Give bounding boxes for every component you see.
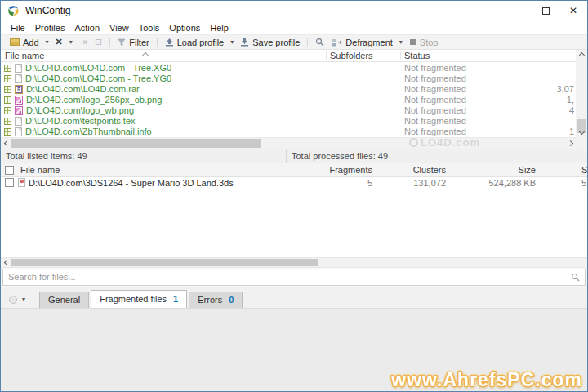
remove-button[interactable]: ✕ bbox=[51, 35, 67, 49]
file-row[interactable]: D:\LO4D.com\logo_256px_ob.pngNot fragmen… bbox=[1, 95, 576, 105]
scrollbar-corner bbox=[576, 137, 587, 149]
sort-ascending-icon bbox=[142, 52, 149, 59]
select-all-checkbox[interactable] bbox=[5, 166, 14, 175]
menu-file[interactable]: File bbox=[6, 23, 30, 33]
file-type-icon bbox=[15, 64, 22, 73]
fragments-value: 5 bbox=[307, 178, 372, 188]
file-status: Not fragmented bbox=[404, 95, 466, 105]
include-grid-icon[interactable] bbox=[4, 75, 11, 82]
save-profile-label: Save profile bbox=[252, 38, 300, 47]
file-row[interactable]: D:\LO4D.com\LO4D.com - Tree.XG0Not fragm… bbox=[1, 63, 576, 74]
column-status-clipped[interactable]: S bbox=[581, 165, 587, 175]
clear-list-icon: ⊡ bbox=[95, 38, 102, 47]
save-profile-button[interactable]: Save profile bbox=[236, 35, 304, 49]
add-dropdown-caret-icon[interactable]: ▾ bbox=[43, 38, 51, 46]
file-list-header: File name Subfolders Status bbox=[1, 50, 587, 62]
close-button[interactable]: ✕ bbox=[559, 1, 587, 20]
file-type-icon bbox=[15, 85, 23, 94]
scroll-down-icon[interactable] bbox=[576, 127, 587, 137]
file-row[interactable]: D:\LO4D.com\logo_wb.pngNot fragmented4 bbox=[1, 105, 576, 116]
file-path: D:\LO4D.com\logo_wb.png bbox=[26, 105, 134, 116]
tab-label: Fragmented files bbox=[100, 294, 167, 304]
tab-general[interactable]: General bbox=[39, 292, 89, 308]
tab-options-control[interactable]: ▾ bbox=[9, 296, 28, 304]
tab-fragmented-files[interactable]: Fragmented files1 bbox=[91, 290, 187, 308]
file-type-icon bbox=[15, 74, 22, 83]
defragment-caret-icon[interactable]: ▾ bbox=[397, 38, 405, 46]
file-row[interactable]: D:\LO4D.com\ZbThumbnail.infoNot fragment… bbox=[1, 127, 576, 137]
file-status: Not fragmented bbox=[404, 116, 466, 127]
tab-count-badge: 1 bbox=[173, 294, 178, 304]
lo4d-logo-icon bbox=[409, 138, 418, 147]
defragment-label: Defragment bbox=[345, 38, 392, 47]
filter-label: Filter bbox=[129, 38, 149, 47]
horizontal-scroll-thumb[interactable] bbox=[11, 259, 318, 266]
maximize-icon bbox=[542, 7, 550, 15]
wincontig-window: WinContig ✕ FileProfilesActionViewToolsO… bbox=[0, 0, 588, 392]
row-checkbox[interactable] bbox=[5, 178, 14, 187]
menu-profiles[interactable]: Profiles bbox=[30, 23, 70, 33]
tab-options-caret-icon: ▾ bbox=[20, 296, 28, 303]
size-value: 524,288 KB bbox=[462, 178, 536, 188]
include-grid-icon[interactable] bbox=[4, 65, 11, 72]
load-profile-caret-icon[interactable]: ▾ bbox=[228, 38, 236, 46]
toolbar-separator bbox=[157, 38, 158, 47]
vertical-scrollbar[interactable] bbox=[576, 50, 587, 137]
column-clusters[interactable]: Clusters bbox=[381, 165, 446, 175]
scroll-right-icon[interactable] bbox=[564, 138, 576, 149]
file-status: Not fragmented bbox=[404, 63, 466, 74]
menu-help[interactable]: Help bbox=[205, 23, 234, 33]
search-input[interactable] bbox=[3, 272, 571, 282]
minimize-button[interactable] bbox=[504, 1, 532, 20]
include-grid-icon[interactable] bbox=[4, 96, 11, 104]
status-value-clipped: 5 bbox=[581, 178, 586, 188]
horizontal-scrollbar-top[interactable] bbox=[1, 137, 576, 149]
window-title: WinContig bbox=[25, 5, 70, 16]
fragmented-file-row[interactable]: D:\LO4D.com\3DS1264 - Super Mario 3D Lan… bbox=[1, 177, 587, 189]
filter-button[interactable]: Filter bbox=[114, 35, 153, 49]
column-fragments[interactable]: Fragments bbox=[307, 165, 372, 175]
horizontal-scroll-thumb[interactable] bbox=[11, 139, 261, 148]
scroll-up-icon[interactable] bbox=[576, 50, 587, 60]
menu-view[interactable]: View bbox=[105, 23, 134, 33]
tab-label: General bbox=[48, 295, 80, 305]
horizontal-scrollbar-bottom[interactable] bbox=[1, 257, 587, 268]
defragment-button[interactable]: Defragment bbox=[328, 35, 396, 49]
menu-action[interactable]: Action bbox=[69, 23, 105, 33]
arrow-right-icon: ⇥ bbox=[79, 38, 87, 47]
scroll-left-icon[interactable] bbox=[1, 138, 12, 149]
file-row[interactable]: D:\LO4D.com\testpoints.texNot fragmented bbox=[1, 116, 576, 127]
include-grid-icon[interactable] bbox=[4, 86, 11, 93]
analyze-button[interactable] bbox=[311, 35, 328, 49]
column-size[interactable]: Size bbox=[462, 165, 536, 175]
total-processed-files: Total processed files: 49 bbox=[287, 149, 587, 163]
tab-errors[interactable]: Errors0 bbox=[189, 292, 243, 308]
tab-label: Errors bbox=[198, 295, 222, 305]
toolbar-separator bbox=[307, 38, 308, 47]
menu-options[interactable]: Options bbox=[164, 23, 205, 33]
file-row[interactable]: D:\LO4D.com\LO4D.com - Tree.YG0Not fragm… bbox=[1, 74, 576, 84]
file-path: D:\LO4D.com\LO4D.com - Tree.YG0 bbox=[25, 74, 172, 84]
file-path: D:\LO4D.com\testpoints.tex bbox=[25, 116, 136, 127]
maximize-button[interactable] bbox=[532, 1, 559, 20]
include-grid-icon[interactable] bbox=[4, 128, 11, 136]
ahrefspc-watermark: www.AhrefsPC.com bbox=[391, 369, 582, 391]
remove-dropdown-caret-icon[interactable]: ▾ bbox=[67, 38, 75, 46]
column-status[interactable]: Status bbox=[404, 51, 430, 60]
column-subfolders[interactable]: Subfolders bbox=[330, 51, 373, 60]
include-grid-icon[interactable] bbox=[4, 107, 11, 114]
add-button[interactable]: Add bbox=[6, 35, 43, 49]
scroll-left-icon[interactable] bbox=[1, 257, 12, 268]
load-profile-button[interactable]: Load profile bbox=[161, 35, 229, 49]
file-row[interactable]: D:\LO4D.com\LO4D.com.rarNot fragmented3,… bbox=[1, 84, 576, 95]
file-list-panel: File name Subfolders Status D:\LO4D.com\… bbox=[1, 50, 587, 149]
column-file-name[interactable]: File name bbox=[5, 51, 44, 60]
toolbar-separator bbox=[109, 38, 110, 47]
column-file-name[interactable]: File name bbox=[20, 165, 60, 175]
menu-tools[interactable]: Tools bbox=[134, 23, 165, 33]
add-files-icon bbox=[10, 38, 20, 46]
include-grid-icon[interactable] bbox=[4, 118, 11, 125]
search-icon[interactable] bbox=[571, 273, 580, 282]
totals-bar: Total listed items: 49 Total processed f… bbox=[1, 149, 587, 163]
tabs: GeneralFragmented files1Errors0 bbox=[39, 290, 244, 308]
